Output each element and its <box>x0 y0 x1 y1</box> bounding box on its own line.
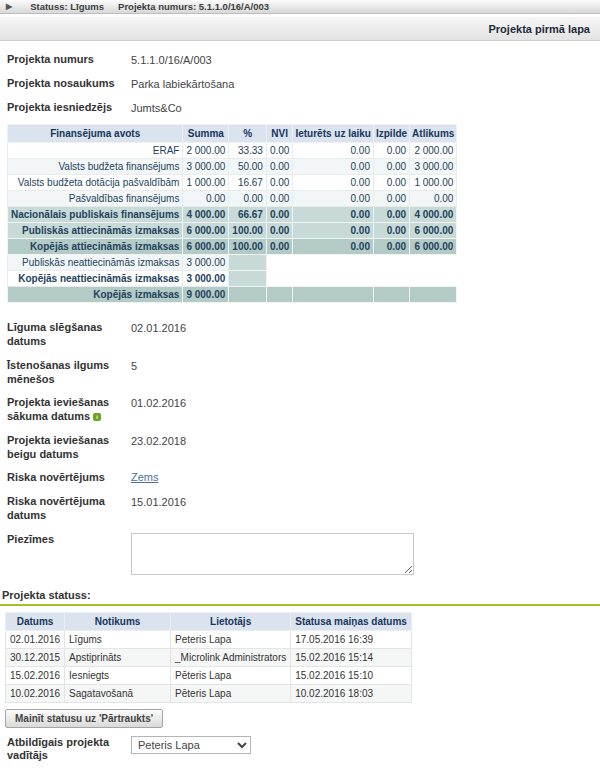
finance-row-label: Pašvaldības finansējums <box>8 191 183 207</box>
field-label: Atbildīgais projekta vadītājs <box>7 736 131 764</box>
finance-cell: 6 000.00 <box>183 239 229 255</box>
finance-cell <box>293 271 374 287</box>
finance-cell: 3 000.00 <box>183 271 229 287</box>
field-project-applicant: Projekta iesniedzējs Jumts&Co <box>7 101 600 115</box>
field-label: Līguma slēgšanas datums <box>7 321 131 349</box>
field-end-date: Projekta ieviešanas beigu datums 23.02.2… <box>7 434 600 462</box>
finance-cell: 0.00 <box>229 191 267 207</box>
finance-row: Valsts budžeta finansējums3 000.0050.000… <box>8 159 457 175</box>
finance-cell: 2 000.00 <box>410 143 457 159</box>
finance-cell: 50.00 <box>229 159 267 175</box>
finance-column-header: Summa <box>183 125 229 143</box>
finance-cell: 9 000.00 <box>183 287 229 303</box>
finance-cell <box>266 271 292 287</box>
change-status-button[interactable]: Mainīt statusu uz 'Pārtraukts' <box>5 709 163 728</box>
field-value: Parka labiekārtošana <box>131 77 234 90</box>
risk-assessment-link[interactable]: Zems <box>131 471 159 483</box>
finance-cell: 0.00 <box>293 207 374 223</box>
finance-cell <box>410 287 457 303</box>
finance-cell: 0.00 <box>373 239 409 255</box>
status-column-header: Lietotājs <box>171 612 291 630</box>
status-cell: 15.02.2016 15:10 <box>291 666 412 684</box>
finance-cell <box>373 271 409 287</box>
status-cell: 15.02.2016 15:14 <box>291 648 412 666</box>
finance-cell <box>293 255 374 271</box>
field-value: 02.01.2016 <box>131 321 186 334</box>
field-project-manager: Atbildīgais projekta vadītājs Peteris La… <box>7 736 600 764</box>
finance-cell: 6 000.00 <box>183 223 229 239</box>
field-notes: Piezīmes <box>7 533 600 575</box>
finance-cell <box>266 287 292 303</box>
status-cell: Peteris Lapa <box>171 630 291 648</box>
notes-textarea[interactable] <box>131 533 414 575</box>
status-cell: 02.01.2016 <box>6 630 65 648</box>
finance-column-header: Ieturēts uz laiku <box>293 125 374 143</box>
finance-cell <box>229 271 267 287</box>
field-value: 5 <box>131 359 137 372</box>
finance-row: Pašvaldības finansējums0.000.000.000.000… <box>8 191 457 207</box>
details-section: Līguma slēgšanas datums 02.01.2016 Īsten… <box>0 321 600 574</box>
finance-cell: 0.00 <box>266 239 292 255</box>
project-status-heading: Projekta statuss: <box>2 589 600 601</box>
top-status-bar: ▶ Statuss: Līgums Projekta numurs: 5.1.1… <box>0 0 600 14</box>
finance-cell: 0.00 <box>410 191 457 207</box>
status-column-header: Statusa maiņas datums <box>291 612 412 630</box>
finance-table: Finansējuma avotsSumma%NVIIeturēts uz la… <box>7 124 457 303</box>
finance-cell: 0.00 <box>293 143 374 159</box>
field-risk-date: Riska novērtējuma datums 15.01.2016 <box>7 495 600 523</box>
finance-row: Kopējās attiecināmās izmaksas6 000.00100… <box>8 239 457 255</box>
finance-cell: 1 000.00 <box>183 175 229 191</box>
status-cell: 30.12.2015 <box>6 648 65 666</box>
finance-cell <box>229 255 267 271</box>
status-column-header: Datums <box>6 612 65 630</box>
status-cell: 15.02.2016 <box>6 666 65 684</box>
field-value: 5.1.1.0/16/A/003 <box>131 53 212 66</box>
finance-cell: 0.00 <box>293 239 374 255</box>
finance-table-body: ERAF2 000.0033.330.000.000.002 000.00Val… <box>8 143 457 303</box>
finance-row-label: Publiskās attiecināmās izmaksas <box>8 223 183 239</box>
finance-cell: 66.67 <box>229 207 267 223</box>
finance-row: Kopējās izmaksas9 000.00 <box>8 287 457 303</box>
finance-cell: 0.00 <box>266 159 292 175</box>
project-manager-select[interactable]: Peteris Lapa <box>131 736 251 754</box>
field-project-number: Projekta numurs 5.1.1.0/16/A/003 <box>7 53 600 67</box>
finance-cell: 3 000.00 <box>183 255 229 271</box>
finance-table-header-row: Finansējuma avotsSumma%NVIIeturēts uz la… <box>8 125 457 143</box>
field-label: Projekta ieviešanas sākuma datumsi <box>7 396 131 424</box>
finance-cell: 0.00 <box>293 191 374 207</box>
finance-cell <box>410 271 457 287</box>
page-title: Projekta pirmā lapa <box>489 23 591 35</box>
status-table-body: 02.01.2016LīgumsPeteris Lapa17.05.2016 1… <box>6 630 412 702</box>
finance-column-header: NVI <box>266 125 292 143</box>
field-label: Riska novērtējuma datums <box>7 495 131 523</box>
finance-cell <box>293 287 374 303</box>
status-cell: Līgums <box>65 630 171 648</box>
status-table-header-row: DatumsNotikumsLietotājsStatusa maiņas da… <box>6 612 412 630</box>
status-column-header: Notikums <box>65 612 171 630</box>
finance-cell: 0.00 <box>266 143 292 159</box>
finance-cell: 100.00 <box>229 223 267 239</box>
finance-row: Nacionālais publiskais finansējums4 000.… <box>8 207 457 223</box>
section-divider <box>0 604 600 606</box>
finance-row: Kopējās neattiecināmās izmaksas3 000.00 <box>8 271 457 287</box>
finance-cell: 0.00 <box>266 207 292 223</box>
status-cell: Apstiprināts <box>65 648 171 666</box>
finance-cell <box>229 287 267 303</box>
finance-cell: 0.00 <box>373 175 409 191</box>
finance-cell: 4 000.00 <box>183 207 229 223</box>
field-value: 23.02.2018 <box>131 434 186 447</box>
finance-cell: 1 000.00 <box>410 175 457 191</box>
finance-cell: 4 000.00 <box>410 207 457 223</box>
finance-column-header: Izpilde <box>373 125 409 143</box>
status-cell: Pēteris Lapa <box>171 666 291 684</box>
field-label: Projekta nosaukums <box>7 77 131 91</box>
info-icon[interactable]: i <box>93 413 101 421</box>
finance-row: Valsts budžeta dotācija pašvaldībām1 000… <box>8 175 457 191</box>
finance-row-label: Nacionālais publiskais finansējums <box>8 207 183 223</box>
finance-row-label: Valsts budžeta dotācija pašvaldībām <box>8 175 183 191</box>
status-history-table: DatumsNotikumsLietotājsStatusa maiņas da… <box>5 612 412 703</box>
finance-row: Publiskās attiecināmās izmaksas6 000.001… <box>8 223 457 239</box>
expander-triangle-icon[interactable]: ▶ <box>6 3 12 11</box>
field-duration: Īstenošanas ilgums mēnešos 5 <box>7 359 600 387</box>
finance-cell: 6 000.00 <box>410 239 457 255</box>
